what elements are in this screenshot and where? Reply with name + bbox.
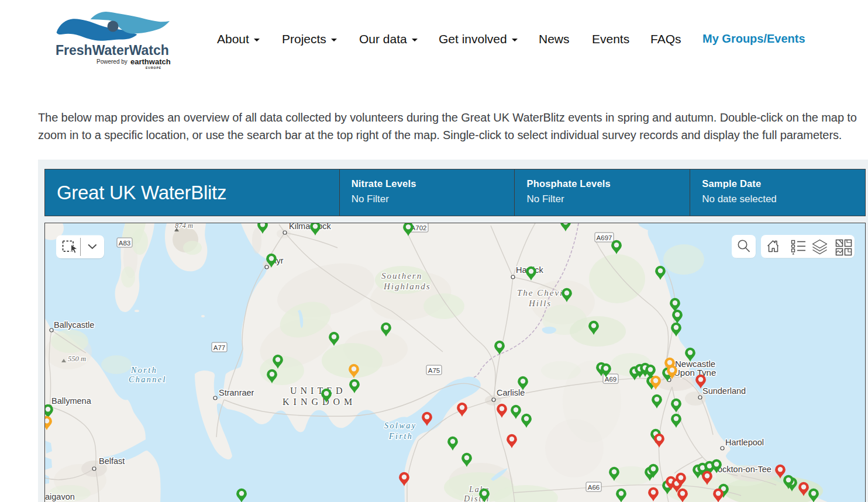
svg-text:Solway: Solway <box>384 421 416 430</box>
svg-text:Southern: Southern <box>381 271 422 281</box>
svg-text:The Chevi: The Chevi <box>517 288 563 297</box>
svg-text:A83: A83 <box>119 240 130 247</box>
svg-text:Highlands: Highlands <box>383 282 431 291</box>
svg-text:Channel: Channel <box>129 375 167 384</box>
svg-text:Firth: Firth <box>388 432 413 441</box>
svg-text:Belfast: Belfast <box>99 456 125 466</box>
svg-text:Stranraer: Stranraer <box>219 388 254 397</box>
svg-text:tockton-on-Tee: tockton-on-Tee <box>715 465 771 474</box>
svg-text:A66: A66 <box>588 484 600 491</box>
svg-text:aigavon: aigavon <box>45 492 75 501</box>
svg-text:A697: A697 <box>597 234 612 241</box>
svg-text:Carlisle: Carlisle <box>497 388 525 397</box>
svg-text:North: North <box>130 366 157 375</box>
svg-text:UNITED: UNITED <box>290 386 346 396</box>
svg-text:A75: A75 <box>428 367 440 374</box>
svg-text:Ballymena: Ballymena <box>51 396 92 406</box>
svg-text:A69: A69 <box>605 376 616 383</box>
svg-text:Hills: Hills <box>528 299 552 308</box>
svg-text:874 m: 874 m <box>175 223 193 230</box>
svg-text:Sunderland: Sunderland <box>702 386 746 396</box>
svg-text:Ballycastle: Ballycastle <box>54 320 94 330</box>
svg-text:KINGDOM: KINGDOM <box>283 397 356 407</box>
svg-text:550 m: 550 m <box>68 355 86 363</box>
svg-text:Hartlepool: Hartlepool <box>725 438 764 447</box>
svg-text:A77: A77 <box>213 344 225 351</box>
svg-text:Upon Tyne: Upon Tyne <box>674 368 716 378</box>
